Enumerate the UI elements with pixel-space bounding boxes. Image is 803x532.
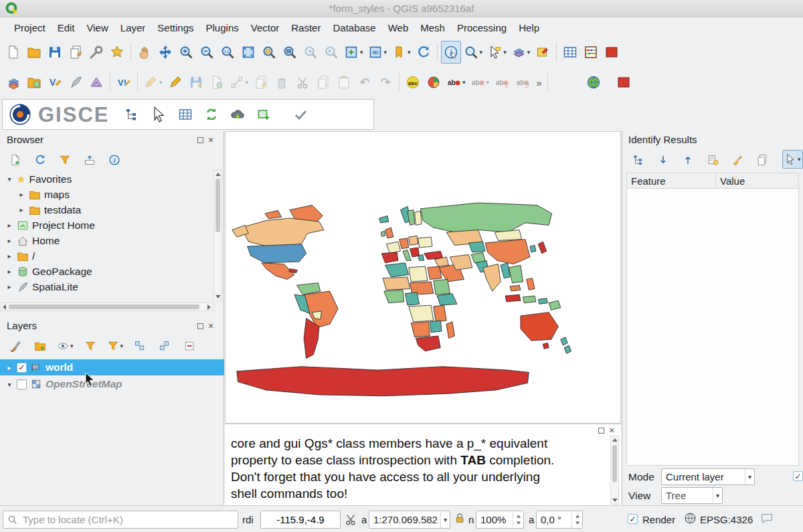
data-source-manager-button[interactable] — [3, 71, 23, 94]
zoom-full-button[interactable] — [238, 41, 258, 64]
browser-item-favorites[interactable]: ▾ ★ Favorites — [0, 171, 213, 187]
style-manager-button[interactable] — [107, 41, 127, 64]
locate-input[interactable] — [21, 513, 234, 526]
add-database-layer-button[interactable] — [24, 71, 44, 94]
identify-features-button[interactable] — [441, 41, 461, 64]
identify-mode-combo[interactable]: Current layer ▾ — [661, 468, 755, 485]
menu-view[interactable]: View — [81, 19, 114, 37]
layer-visibility-checkbox[interactable]: ✓ — [17, 363, 27, 373]
modify-attributes-button[interactable] — [251, 71, 271, 94]
filter-legend-button[interactable] — [80, 337, 100, 355]
feature-column-header[interactable]: Feature — [626, 173, 716, 189]
new-virtual-layer-button[interactable]: V! — [114, 71, 134, 94]
close-panel-button[interactable]: × — [609, 427, 614, 434]
add-feature-button[interactable] — [207, 71, 227, 94]
gisce-cloud-upload-button[interactable] — [228, 103, 248, 126]
gisce-pointer-tool-button[interactable] — [148, 103, 169, 126]
identify-copy-button[interactable] — [752, 151, 772, 169]
menu-raster[interactable]: Raster — [285, 19, 327, 37]
expander-icon[interactable]: ▸ — [17, 206, 25, 213]
delete-selected-button[interactable] — [272, 71, 292, 94]
remove-layer-button[interactable] — [179, 337, 199, 355]
open-attribute-table-button[interactable] — [560, 41, 580, 64]
metasearch-button[interactable] — [584, 71, 604, 94]
browser-item-root[interactable]: ▸ / — [0, 248, 213, 264]
expander-icon[interactable]: ▸ — [17, 191, 25, 198]
zoom-in-button[interactable] — [176, 41, 196, 64]
menu-vector[interactable]: Vector — [245, 19, 286, 37]
close-panel-button[interactable]: × — [208, 137, 213, 143]
locate-box[interactable] — [3, 511, 238, 529]
browser-item-project-home[interactable]: ▸ Project Home — [0, 217, 213, 233]
menu-layer[interactable]: Layer — [114, 19, 152, 37]
layer-item-world[interactable]: ▸ ✓ world — [0, 359, 224, 375]
float-panel-button[interactable] — [197, 323, 203, 329]
spin-buttons[interactable] — [571, 511, 582, 528]
zoom-out-button[interactable] — [197, 41, 217, 64]
menu-edit[interactable]: Edit — [52, 19, 81, 37]
expander-icon[interactable]: ▸ — [5, 364, 13, 371]
undo-button[interactable]: ↶ — [355, 71, 375, 94]
open-project-button[interactable] — [24, 41, 44, 64]
add-selected-layers-button[interactable] — [5, 151, 25, 169]
save-layer-edits-button[interactable] — [186, 71, 206, 94]
gisce-sync-button[interactable] — [201, 103, 221, 126]
current-edits-button[interactable]: ▾ — [141, 71, 165, 94]
expander-icon[interactable]: ▸ — [5, 252, 13, 260]
layer-visibility-checkbox[interactable] — [17, 379, 27, 389]
expander-icon[interactable]: ▾ — [5, 175, 13, 183]
manage-map-themes-button[interactable]: ▾ — [55, 337, 76, 355]
map-canvas[interactable] — [225, 131, 621, 424]
highlight-labels-button[interactable]: ▾ — [468, 71, 492, 94]
new-project-button[interactable] — [3, 41, 23, 64]
filter-legend-by-expression-button[interactable]: ▾ — [105, 337, 126, 355]
identify-collapse-all-button[interactable] — [678, 151, 698, 169]
refresh-map-button[interactable] — [414, 41, 434, 64]
menu-web[interactable]: Web — [382, 19, 415, 37]
statistical-summary-button[interactable] — [581, 41, 601, 64]
float-panel-button[interactable] — [197, 137, 203, 143]
python-console-output[interactable]: × core and gui Qgs* class members have a… — [225, 424, 621, 505]
expander-icon[interactable]: ▸ — [5, 283, 13, 290]
clipped-toolbar-button-2[interactable] — [614, 71, 632, 94]
zoom-next-button[interactable] — [321, 41, 341, 64]
menu-mesh[interactable]: Mesh — [414, 19, 451, 37]
save-project-as-button[interactable] — [66, 41, 86, 64]
browser-properties-button[interactable] — [104, 151, 124, 169]
expander-icon[interactable]: ▸ — [5, 237, 13, 244]
crs-status-button[interactable] — [684, 512, 697, 527]
save-project-button[interactable] — [45, 41, 65, 64]
new-shapefile-layer-button[interactable] — [45, 71, 65, 94]
identify-auto-open-form-button[interactable] — [703, 151, 723, 169]
identify-expand-all-button[interactable] — [653, 151, 673, 169]
gisce-layer-tree-button[interactable] — [122, 103, 142, 126]
identify-view-combo[interactable]: Tree ▾ — [661, 487, 723, 504]
toolbar-overflow-icon[interactable]: » — [533, 77, 544, 88]
zoom-last-button[interactable] — [300, 41, 321, 64]
expander-icon[interactable]: ▾ — [5, 381, 13, 388]
menu-processing[interactable]: Processing — [451, 19, 513, 37]
browser-horizontal-scrollbar[interactable] — [0, 302, 213, 311]
pin-labels-button[interactable]: ▾ — [444, 71, 468, 94]
menu-plugins[interactable]: Plugins — [200, 19, 245, 37]
gisce-new-map-button[interactable] — [254, 103, 274, 126]
new-3d-map-view-button[interactable]: 3D▾ — [366, 41, 389, 64]
value-column-header[interactable]: Value — [716, 173, 799, 189]
deselect-features-button[interactable]: ▾ — [509, 41, 533, 64]
layer-diagram-button[interactable] — [424, 71, 444, 94]
expander-icon[interactable]: ▸ — [5, 268, 13, 275]
menu-database[interactable]: Database — [327, 19, 381, 37]
browser-item-home[interactable]: ▸ Home — [0, 233, 213, 248]
clipped-toolbar-button[interactable] — [602, 41, 620, 64]
copy-features-button[interactable] — [313, 71, 333, 94]
cut-features-button[interactable] — [292, 71, 313, 94]
rotation-spinbox[interactable]: 0,0 ° — [536, 511, 583, 529]
console-vertical-scrollbar[interactable] — [610, 436, 619, 505]
add-group-button[interactable] — [30, 337, 50, 355]
menu-help[interactable]: Help — [513, 19, 545, 37]
select-features-menu-button[interactable]: ▾ — [462, 41, 485, 64]
select-features-button[interactable]: ▾ — [485, 41, 509, 64]
toggle-extents-button[interactable] — [344, 511, 357, 529]
expand-all-layers-button[interactable] — [130, 337, 150, 355]
zoom-to-selection-button[interactable] — [259, 41, 279, 64]
